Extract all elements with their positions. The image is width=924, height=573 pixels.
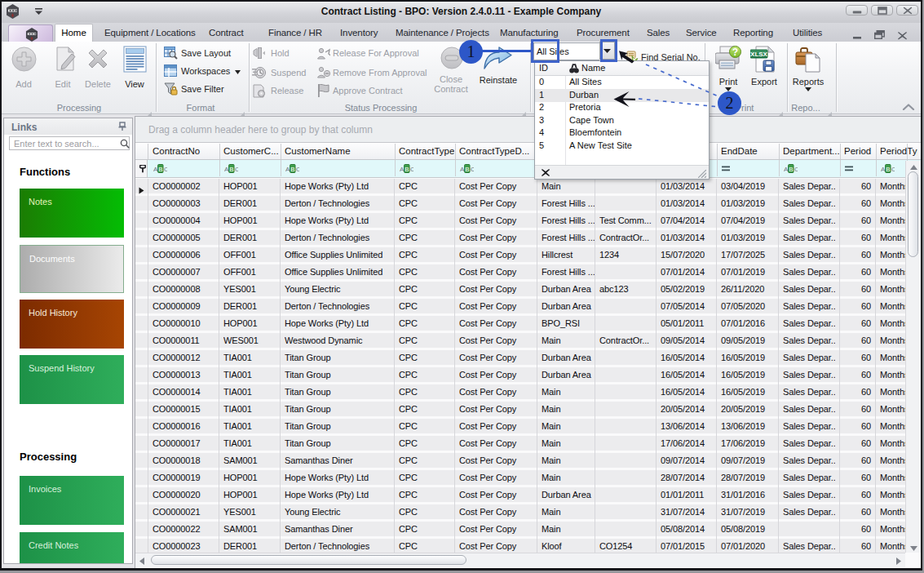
svg-text:XLSX: XLSX — [750, 51, 768, 58]
svg-text:C: C — [891, 166, 895, 173]
svg-text:C: C — [235, 166, 238, 173]
svg-text:B: B — [465, 166, 469, 173]
svg-text:C: C — [164, 166, 167, 173]
svg-text:A: A — [784, 166, 789, 173]
svg-text:B: B — [405, 166, 409, 173]
svg-text:B: B — [229, 166, 233, 173]
svg-text:B: B — [886, 166, 890, 173]
svg-text:C: C — [410, 166, 413, 173]
svg-text:B: B — [158, 166, 162, 173]
svg-text:B: B — [789, 166, 793, 173]
svg-text:A: A — [881, 166, 886, 173]
svg-text:C: C — [296, 166, 299, 173]
svg-text:A: A — [460, 166, 465, 173]
svg-text:C: C — [471, 166, 474, 173]
svg-text:C: C — [794, 166, 798, 173]
svg-text:B: B — [290, 166, 294, 173]
svg-text:?: ? — [732, 47, 738, 58]
